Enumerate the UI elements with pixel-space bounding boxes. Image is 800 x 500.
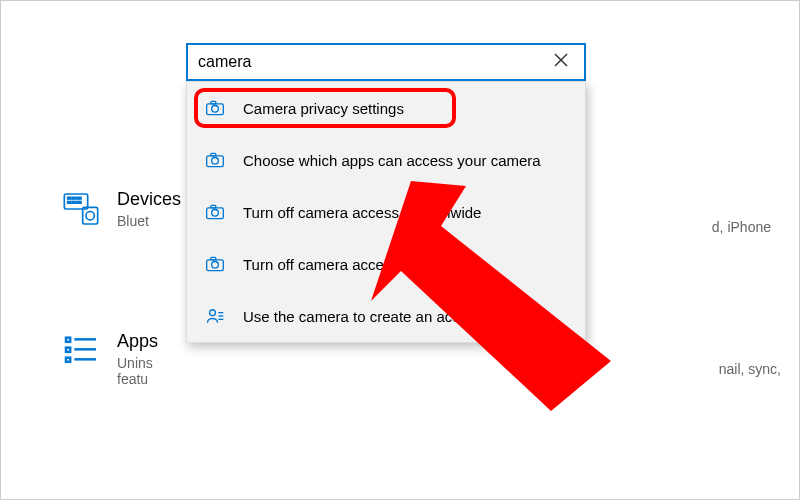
svg-rect-28 [211,257,216,260]
svg-rect-6 [78,202,81,204]
bg-apps-title: Apps [117,331,158,352]
svg-point-8 [86,212,94,220]
result-label: Camera privacy settings [243,100,404,117]
svg-point-21 [212,158,219,165]
bg-devices-sub-right: d, iPhone [712,219,771,235]
svg-rect-22 [211,153,216,156]
bg-devices-title: Devices [117,189,181,210]
bg-apps-sub-left: Unins [117,355,158,371]
result-label: Choose which apps can access your camera [243,152,541,169]
svg-rect-3 [78,197,81,199]
svg-rect-13 [66,358,70,362]
result-camera-privacy-settings[interactable]: Camera privacy settings [187,82,585,134]
svg-point-27 [212,262,219,269]
svg-rect-25 [211,205,216,208]
svg-rect-4 [68,202,71,204]
devices-icon [61,189,101,229]
result-label: Turn off camera access systemwide [243,204,481,221]
camera-icon [205,98,225,118]
camera-icon [205,254,225,274]
settings-search-box[interactable] [186,43,586,81]
svg-rect-2 [73,197,76,199]
person-icon [205,306,225,326]
search-results-dropdown: Camera privacy settings Choose which app… [186,81,586,343]
bg-devices-item[interactable]: Devices Bluet [61,189,181,229]
result-label: Turn off camera access for all apps [243,256,476,273]
result-turn-off-all-apps[interactable]: Turn off camera access for all apps [187,238,585,290]
camera-icon [205,150,225,170]
svg-rect-19 [211,101,216,104]
result-turn-off-systemwide[interactable]: Turn off camera access systemwide [187,186,585,238]
result-account-picture[interactable]: Use the camera to create an account pict… [187,290,585,342]
search-input[interactable] [198,53,548,71]
svg-rect-1 [68,197,71,199]
clear-search-icon[interactable] [548,49,574,75]
result-choose-apps-camera[interactable]: Choose which apps can access your camera [187,134,585,186]
svg-rect-11 [66,348,70,352]
svg-point-29 [210,310,216,316]
bg-devices-sub-left: Bluet [117,213,181,229]
camera-icon [205,202,225,222]
svg-rect-5 [73,202,76,204]
result-label: Use the camera to create an account pict… [243,308,538,325]
svg-point-24 [212,210,219,217]
svg-rect-9 [66,338,70,342]
bg-apps-sub-right: nail, sync, [719,361,781,377]
svg-point-18 [212,106,219,113]
bg-apps-sub-line2: featu [117,371,158,387]
apps-list-icon [61,331,101,371]
bg-apps-item[interactable]: Apps Unins featu [61,331,158,387]
